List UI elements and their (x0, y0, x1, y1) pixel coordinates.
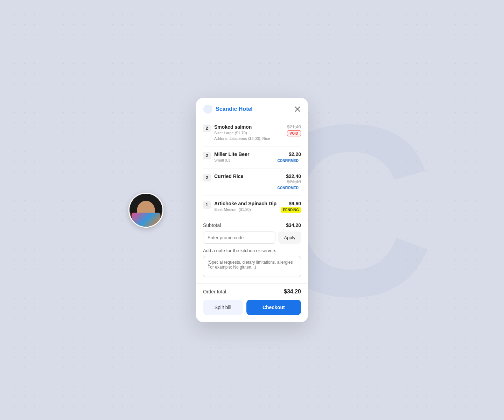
item-price-current: $9,60 (281, 201, 301, 206)
subtotal-label: Subtotal (203, 222, 221, 228)
item-price-original: $24,40 (275, 179, 301, 184)
order-item: 2 Miller Lite Beer Small 0,3 $2,20 CONFI… (203, 147, 301, 169)
split-bill-button[interactable]: Split bill (203, 300, 243, 315)
item-name: Miller Lite Beer (214, 151, 271, 157)
notes-label: Add a note for the kitchen or servers: (203, 248, 301, 253)
item-quantity: 2 (203, 124, 211, 132)
item-sub2: Addons: Jalapenos ($2,00), Rice (214, 136, 284, 141)
header-left: 🚀 Scandic Hotel (203, 104, 253, 114)
status-badge-void: VOID (287, 130, 301, 136)
modal-header: 🚀 Scandic Hotel (196, 98, 308, 119)
hotel-icon: 🚀 (203, 104, 213, 114)
item-price-current: $22,40 (275, 173, 301, 179)
order-modal: 🚀 Scandic Hotel 2 Smoked salmon Size: La… (196, 98, 308, 322)
shirt-decoration (132, 213, 160, 227)
item-quantity: 2 (203, 174, 211, 181)
item-price-original: $21,40 (287, 124, 301, 129)
notes-section: Add a note for the kitchen or servers: (196, 248, 308, 283)
item-details: Miller Lite Beer Small 0,3 (214, 151, 271, 163)
apply-button[interactable]: Apply (278, 232, 301, 244)
svg-point-0 (203, 105, 212, 114)
item-details: Smoked salmon Size: Large ($1,70) Addons… (214, 124, 284, 141)
item-price-section: $21,40 VOID (287, 124, 301, 136)
item-sub1: Small 0,3 (214, 158, 271, 163)
avatar-image (130, 194, 162, 227)
item-price-section: $2,20 CONFIRMED (275, 151, 301, 163)
item-name: Curried Rice (214, 173, 271, 179)
checkout-button[interactable]: Checkout (246, 300, 301, 315)
item-name: Artichoke and Spinach Dip (214, 201, 277, 206)
item-details: Curried Rice (214, 173, 271, 180)
status-badge-confirmed: CONFIRMED (275, 158, 301, 163)
order-total-row: Order total $34,20 (196, 283, 308, 300)
order-item: 2 Curried Rice $22,40 $24,40 CONFIRMED (203, 169, 301, 196)
promo-section: Apply (196, 232, 308, 248)
action-buttons: Split bill Checkout (196, 300, 308, 322)
avatar (128, 193, 163, 228)
notes-textarea[interactable] (203, 256, 301, 277)
order-item: 2 Smoked salmon Size: Large ($1,70) Addo… (203, 119, 301, 147)
subtotal-row: Subtotal $34,20 (196, 218, 308, 232)
item-name: Smoked salmon (214, 124, 284, 130)
order-total-value: $34,20 (284, 289, 301, 295)
item-price-section: $22,40 $24,40 CONFIRMED (275, 173, 301, 191)
item-quantity: 2 (203, 152, 211, 159)
item-sub1: Size: Large ($1,70) (214, 130, 284, 136)
subtotal-value: $34,20 (286, 222, 301, 228)
item-quantity: 1 (203, 201, 211, 209)
order-total-label: Order total (203, 289, 226, 294)
promo-input[interactable] (203, 232, 275, 244)
item-price-current: $2,20 (275, 151, 301, 157)
close-button[interactable] (294, 106, 301, 113)
modal-wrapper: 🚀 Scandic Hotel 2 Smoked salmon Size: La… (196, 98, 308, 322)
item-details: Artichoke and Spinach Dip Size: Medium (… (214, 201, 277, 212)
order-item: 1 Artichoke and Spinach Dip Size: Medium… (203, 196, 301, 218)
order-items-list: 2 Smoked salmon Size: Large ($1,70) Addo… (196, 119, 308, 218)
hotel-name: Scandic Hotel (216, 106, 253, 112)
item-sub1: Size: Medium ($1,20) (214, 207, 277, 212)
status-badge-pending: PENDING (281, 207, 301, 213)
status-badge-confirmed: CONFIRMED (275, 185, 301, 191)
item-price-section: $9,60 PENDING (281, 201, 301, 213)
